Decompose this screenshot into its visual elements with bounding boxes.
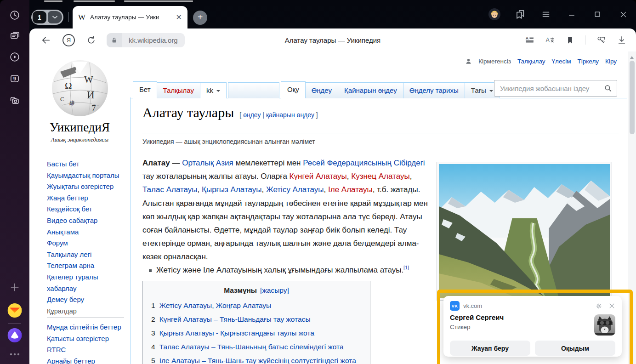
tab-edit-source[interactable]: Қайнарын өңдеу: [338, 82, 403, 98]
tab-close-icon[interactable]: ✕: [176, 13, 182, 22]
sidebar-link[interactable]: Қателер туралы хабарлау: [47, 272, 129, 294]
article-link[interactable]: Ресей Федерациясының: [303, 159, 392, 167]
tab-group-chevron[interactable]: [48, 11, 62, 23]
article-link[interactable]: Орталық Азия: [182, 159, 233, 167]
sidebar-link[interactable]: Жуықтағы өзгерістер: [47, 181, 129, 193]
tab-history[interactable]: Өңделу тарихы: [403, 82, 465, 98]
sidebar-link[interactable]: Видео сабақтар: [47, 215, 129, 227]
edit-source-link[interactable]: қайнарын өңдеу: [266, 111, 314, 119]
scrollbar-thumb[interactable]: [630, 61, 635, 134]
sidebar-link[interactable]: Басты бет: [47, 159, 129, 170]
article-link[interactable]: Қырғыз Алатауы: [202, 185, 261, 194]
tab-edit[interactable]: Өңдеу: [305, 82, 338, 98]
browser-tab-active[interactable]: W Алатау таулары — Уики ✕: [73, 6, 187, 28]
sidebar-link[interactable]: Форум: [47, 238, 129, 249]
menu-icon[interactable]: [533, 10, 559, 19]
page-title: Алатау таулары — Уикипедия: [222, 28, 443, 51]
personal-link[interactable]: Кіру: [605, 58, 617, 65]
edit-link[interactable]: өңдеу: [243, 111, 261, 119]
sidebar-link[interactable]: Қауымдастық порталы: [47, 170, 129, 182]
close-button[interactable]: [610, 10, 636, 19]
tools-link[interactable]: RTRC: [47, 344, 129, 356]
toc-hide-toggle[interactable]: [жасыру]: [260, 286, 289, 294]
wiki-search-box[interactable]: [494, 80, 617, 97]
wikipedia-logo[interactable]: W Ω И 7 Є 維 УикипедиЯ Ашық энциклопедияс…: [29, 51, 130, 143]
reference-link[interactable]: [1]: [403, 265, 409, 270]
password-manager-icon[interactable]: [596, 35, 606, 45]
background-window-fragment: [74, 0, 115, 2]
sidebar-link[interactable]: Демеу беру: [47, 294, 129, 306]
scroll-up-arrow[interactable]: [630, 54, 634, 59]
tools-link[interactable]: Қатысты өзгерістер: [47, 333, 129, 345]
tab-read[interactable]: Оқу: [281, 81, 306, 98]
screenshot-camera-icon[interactable]: [9, 94, 21, 107]
sidebar-add-icon[interactable]: [9, 281, 21, 293]
vk-notification-popup[interactable]: VK vk.com Сергей Сергеич Стикер: [443, 296, 622, 357]
alice-assistant-icon[interactable]: [8, 328, 22, 342]
toc-link[interactable]: Талас Алатауы – Тянь-Шаньның батыс сілем…: [159, 343, 344, 351]
toc-list: 1Жетісу Алатауы, Жоңғар Алатауы2Күнгей А…: [151, 301, 362, 364]
tools-link[interactable]: Арнайы беттер: [47, 356, 129, 364]
tabstrip-separator: [68, 12, 69, 22]
lock-icon[interactable]: [107, 33, 122, 47]
chevron-down-icon: [216, 90, 220, 94]
svg-text:Ω: Ω: [65, 80, 72, 91]
sidebar-link[interactable]: Анықтама: [47, 227, 129, 238]
yandex-button[interactable]: Я: [62, 34, 75, 46]
article-link[interactable]: Сібірдегі: [394, 159, 425, 167]
history-icon[interactable]: [9, 9, 21, 21]
tab-group-pill[interactable]: 1: [31, 10, 63, 25]
minimize-button[interactable]: [559, 10, 585, 18]
tabs-counter-icon[interactable]: 9: [9, 73, 21, 85]
new-tab-button[interactable]: +: [193, 11, 207, 25]
tab-talk[interactable]: Талқылау: [157, 82, 200, 98]
tools-link[interactable]: Мұнда сілтейтін беттер: [47, 322, 129, 333]
notes-icon[interactable]: [9, 29, 21, 41]
personal-link[interactable]: Тіркелу: [578, 58, 599, 65]
url-text[interactable]: kk.wikipedia.org: [122, 33, 185, 47]
toc-link[interactable]: Жетісу Алатауы, Жоңғар Алатауы: [159, 301, 272, 310]
bookmark-icon[interactable]: [566, 36, 574, 45]
sidebar-link[interactable]: Талқылау легі: [47, 249, 129, 261]
refresh-button[interactable]: [86, 35, 96, 45]
toc-item: 3Қырғыз Алатауы - Қырғызстандағы таулы ж…: [151, 329, 362, 337]
profile-avatar[interactable]: [482, 8, 507, 20]
back-button[interactable]: [40, 35, 51, 46]
article-link[interactable]: Жетісу Алатауы: [266, 185, 324, 194]
vk-reply-button[interactable]: Жауап беру: [450, 341, 530, 356]
page-scrollbar[interactable]: [628, 51, 636, 364]
yandex-mail-icon[interactable]: [8, 303, 22, 318]
vk-read-button[interactable]: Оқыдым: [535, 341, 615, 356]
tabs-count: 9: [13, 76, 16, 81]
personal-link[interactable]: Үлесім: [552, 58, 571, 65]
search-icon[interactable]: [604, 84, 612, 92]
sidebar-link[interactable]: Кездейсоқ бет: [47, 204, 129, 215]
notification-settings-icon[interactable]: [595, 302, 602, 310]
translate-icon[interactable]: A: [545, 35, 555, 45]
tab-group-count-badge[interactable]: 1: [33, 11, 46, 23]
article-link[interactable]: Кузнец Алатауы: [351, 172, 409, 181]
video-icon[interactable]: [9, 51, 21, 63]
toc-link[interactable]: Іле Алатауы – Тянь-Шань тау жүйесінің со…: [159, 357, 356, 364]
address-bar[interactable]: kk.wikipedia.org: [107, 33, 185, 47]
personal-link[interactable]: Талқылау: [517, 58, 545, 65]
svg-text:A: A: [546, 37, 550, 43]
sidebar-link[interactable]: Телеграм арна: [47, 260, 129, 272]
toc-link[interactable]: Қырғыз Алатауы - Қырғызстандағы таулы жо…: [159, 329, 314, 337]
downloads-icon[interactable]: [617, 35, 627, 45]
more-dots-icon[interactable]: [9, 352, 21, 357]
tab-language-dropdown[interactable]: kk: [200, 82, 227, 98]
article-image-thumbnail[interactable]: [437, 162, 612, 301]
notification-close-icon[interactable]: [608, 302, 615, 309]
reader-mode-icon[interactable]: A: [525, 35, 534, 45]
search-input[interactable]: [499, 84, 604, 93]
article-link[interactable]: Күнгей Алатауы: [290, 172, 347, 181]
sidebar-link[interactable]: Жаңа беттер: [47, 193, 129, 204]
tab-page[interactable]: Бет: [133, 81, 157, 98]
article-text: ,: [347, 172, 351, 181]
collections-icon[interactable]: [507, 9, 533, 20]
maximize-button[interactable]: [585, 10, 610, 18]
article-link[interactable]: Талас Алатауы: [142, 185, 198, 194]
toc-link[interactable]: Күнгей Алатауы – Тянь-Шаньдағы тау жотас…: [159, 315, 311, 324]
article-link[interactable]: Іле Алатауы: [328, 185, 373, 194]
